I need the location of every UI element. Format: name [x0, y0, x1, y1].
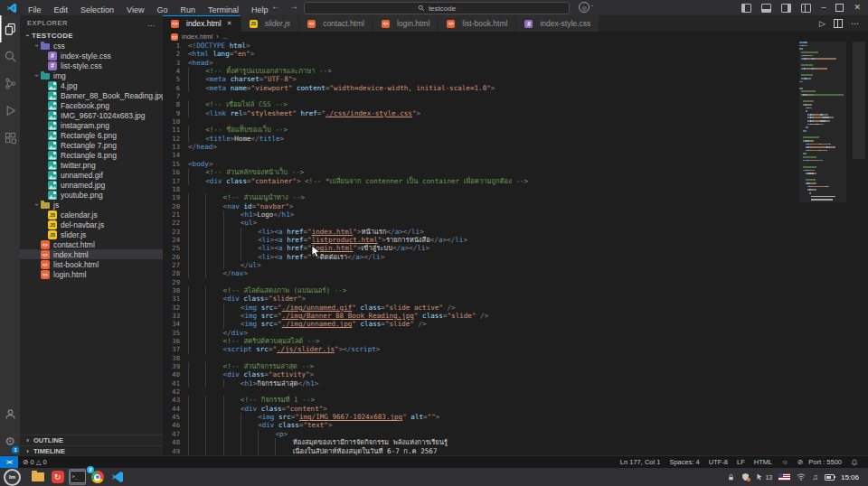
explorer-item-Rectangle 6.png[interactable]: Rectangle 6.png	[20, 130, 163, 140]
code-line[interactable]: 11<!-- ชื่อแท็บของเว็บ -->	[163, 126, 799, 134]
menu-terminal[interactable]: Terminal	[202, 5, 245, 14]
code-line[interactable]: 6<meta name="viewport" content="width=de…	[163, 84, 799, 92]
activitybar-source-control[interactable]	[0, 70, 20, 97]
taskbar-app-vscode[interactable]	[108, 469, 126, 485]
explorer-item-index-style.css[interactable]: #index-style.css	[20, 51, 163, 61]
start-menu-button[interactable]: lm	[4, 469, 21, 486]
code-line[interactable]: 39<!-- ส่วนกิจกรรมล่าสุด -->	[163, 362, 799, 370]
code-line[interactable]: 49เนื่องในสัปดาห์ห้องสมุดในวันที่ 6-7 ก.…	[163, 447, 799, 455]
indentation[interactable]: Spaces: 4	[665, 458, 703, 466]
taskbar-clock[interactable]: 15:06	[841, 473, 859, 481]
menu-view[interactable]: View	[120, 5, 150, 14]
remote-indicator[interactable]: ><	[0, 456, 18, 468]
activitybar-explorer[interactable]	[0, 15, 20, 42]
code-line[interactable]: 3<head>	[163, 59, 799, 67]
code-line[interactable]: 35</div>	[163, 329, 799, 337]
explorer-item-unnamed.gif[interactable]: unnamed.gif	[20, 170, 163, 180]
explorer-item-list-book.html[interactable]: <>list-book.html	[20, 259, 163, 269]
toggle-panel-icon[interactable]	[761, 4, 771, 13]
menu-edit[interactable]: Edit	[48, 5, 75, 14]
explorer-item-css[interactable]: ›css	[20, 41, 163, 51]
code-line[interactable]: 8<!-- เชื่อมไฟล์ CSS -->	[163, 100, 799, 108]
code-line[interactable]: 15<body>	[163, 160, 799, 168]
explorer-item-del-navbar.js[interactable]: JSdel-navbar.js	[20, 220, 163, 229]
code-line[interactable]: 20<nav id="navbar">	[163, 202, 799, 210]
menu-help[interactable]: Help	[245, 5, 275, 14]
explorer-item-calendar.js[interactable]: JScalendar.js	[20, 210, 163, 220]
eol-sequence[interactable]: LF	[732, 458, 750, 466]
code-line[interactable]: 16<!-- ส่วนหลักของหน้าเว็บ -->	[163, 168, 799, 176]
code-line[interactable]: 31<div class="slider">	[163, 294, 799, 303]
battery-icon[interactable]	[825, 474, 835, 481]
code-line[interactable]: 29	[163, 278, 799, 286]
explorer-item-list-style.css[interactable]: #list-style.css	[20, 61, 163, 70]
tab-index.html[interactable]: <>index.html✕	[163, 15, 241, 32]
taskbar-app-file-manager[interactable]	[29, 469, 46, 485]
code-line[interactable]: 23<li><a href="index.html">หน้าแรก</a></…	[163, 228, 799, 236]
explorer-item-index.html[interactable]: <>index.html	[20, 249, 163, 259]
code-line[interactable]: 18	[163, 185, 799, 193]
explorer-item-js[interactable]: ›js	[20, 200, 163, 210]
activitybar-extensions[interactable]	[0, 124, 20, 151]
tab-login.html[interactable]: <>login.html	[373, 15, 439, 32]
explorer-item-Facebook.png[interactable]: Facebook.png	[20, 100, 163, 110]
more-actions-icon[interactable]: ⋯	[851, 19, 859, 28]
menu-selection[interactable]: Selection	[74, 5, 120, 14]
notifications-bell-icon[interactable]	[846, 459, 863, 466]
settings-gear-icon[interactable]: ⚙1	[0, 427, 20, 454]
explorer-item-contact.html[interactable]: <>contact.html	[20, 239, 163, 249]
code-line[interactable]: 41<h1>กิจกรรมล่าสุด</h1>	[163, 379, 799, 388]
back-arrow-icon[interactable]: ←	[271, 1, 280, 11]
explorer-item-instagram.png[interactable]: instagram.png	[20, 120, 163, 130]
code-line[interactable]: 12<title>Home</title>	[163, 135, 799, 143]
forward-arrow-icon[interactable]: →	[289, 1, 298, 11]
code-line[interactable]: 34<img src="./img/unnamed.jpg" class="sl…	[163, 320, 799, 328]
code-line[interactable]: 21<h1>Logo</h1>	[163, 210, 799, 219]
toggle-sidebar-icon[interactable]	[741, 4, 751, 13]
code-line[interactable]: 9<link rel="stylesheet" href="./css/inde…	[163, 109, 799, 117]
explorer-item-Rectangle 8.png[interactable]: Rectangle 8.png	[20, 150, 163, 160]
explorer-item-twitter.png[interactable]: twitter.png	[20, 160, 163, 170]
sidebar-panel-outline[interactable]: ›OUTLINE	[20, 435, 163, 445]
minimap[interactable]	[799, 42, 846, 456]
code-line[interactable]: 13</head>	[163, 143, 799, 151]
code-line[interactable]: 38	[163, 354, 799, 362]
code-line[interactable]: 19<!-- ส่วนเมนูนำทาง -->	[163, 193, 799, 201]
code-line[interactable]: 48ห้องสมุดของเรามีการจัดกิจกรรม พลังแห่ง…	[163, 438, 799, 446]
code-line[interactable]: 43<!-- กิจกรรมที่ 1 -->	[163, 396, 799, 404]
code-line[interactable]: 1<!DOCTYPE html>	[163, 42, 799, 50]
toggle-secondary-sidebar-icon[interactable]	[781, 4, 791, 13]
code-line[interactable]: 37<script src="./js/slider.js"></script>	[163, 345, 799, 353]
code-line[interactable]: 26<li><a href="">ติดต่อเรา</a></li>	[163, 253, 799, 261]
taskbar-app-chrome[interactable]: 2	[89, 469, 106, 485]
taskbar-app-terminal[interactable]: >_	[69, 469, 86, 485]
code-line[interactable]: 45<img src="img/IMG_9667-1024x683.jpg" a…	[163, 413, 799, 421]
explorer-root-folder[interactable]: › TESTCODE	[20, 31, 163, 41]
activitybar-run-debug[interactable]	[0, 97, 20, 124]
explorer-item-IMG_9667-1024x683.jpg[interactable]: IMG_9667-1024x683.jpg	[20, 110, 163, 120]
live-server-port[interactable]: ⊘ Port : 5500	[793, 458, 846, 466]
language-mode[interactable]: HTML	[750, 458, 777, 466]
code-line[interactable]: 17<div class="container"> <!-- *เปลี่ยนจ…	[163, 177, 799, 185]
code-line[interactable]: 44<div class="content">	[163, 405, 799, 413]
activitybar-search[interactable]	[0, 42, 20, 70]
split-editor-icon[interactable]	[834, 19, 843, 28]
command-center-search[interactable]: testcode	[304, 2, 570, 14]
run-button[interactable]: ▷	[819, 19, 826, 28]
close-button[interactable]: ✕	[854, 0, 861, 15]
explorer-item-Rectangle 7.png[interactable]: Rectangle 7.png	[20, 140, 163, 150]
tab-close-icon[interactable]: ✕	[227, 20, 232, 27]
code-line[interactable]: 14	[163, 151, 799, 159]
code-line[interactable]: 24<li><a href="listproduct.html">รายการห…	[163, 236, 799, 244]
window-list-indicator[interactable]: 13	[756, 473, 772, 481]
keyboard-layout-flag-icon[interactable]	[778, 473, 790, 481]
code-line[interactable]: 27</ul>	[163, 261, 799, 269]
update-manager-shield-icon[interactable]	[741, 472, 750, 481]
wifi-icon[interactable]	[797, 473, 806, 481]
breadcrumb[interactable]: <> index.html › ...	[163, 32, 868, 42]
explorer-item-img[interactable]: ›img	[20, 70, 163, 80]
code-line[interactable]: 2<html lang="en">	[163, 50, 799, 58]
code-line[interactable]: 32<img src="./img/unnamed.gif" class="sl…	[163, 304, 799, 312]
code-line[interactable]: 30<!-- สไลด์แสดงภาพ (แบนเนอร์) -->	[163, 286, 799, 294]
explorer-item-Banner_88_Book_Reading.jpg[interactable]: Banner_88_Book_Reading.jpg	[20, 90, 163, 100]
